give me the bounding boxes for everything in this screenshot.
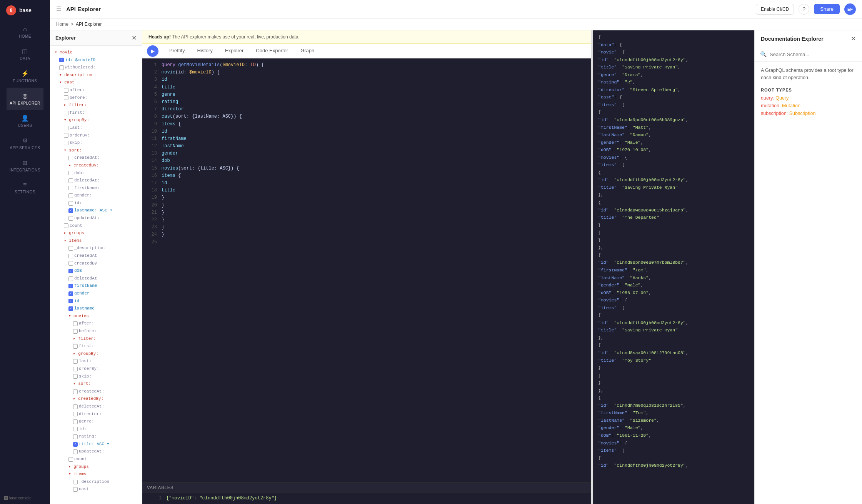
explorer-tree-item[interactable]: before: [50, 94, 142, 102]
help-button[interactable]: ? [799, 4, 809, 15]
explorer-tree-section[interactable]: ▾ movie [50, 49, 142, 57]
explorer-tree-item[interactable]: _description [50, 245, 142, 252]
sidebar-item-integrations[interactable]: ⊞INTEGRATIONS [7, 155, 43, 177]
explorer-tree-item[interactable]: _description [50, 478, 142, 486]
avatar[interactable]: EF [844, 3, 856, 15]
doc-search-input[interactable] [770, 52, 857, 57]
explorer-tree-item[interactable]: ✓firstName [50, 282, 142, 290]
explorer-tree-item[interactable]: createdAt [50, 252, 142, 260]
explorer-tree-item[interactable]: ✓lastName: ASC ▾ [50, 207, 142, 215]
sidebar-item-users[interactable]: 👤USERS [7, 110, 43, 132]
explorer-tree-item[interactable]: last: [50, 358, 142, 365]
explorer-tree-section[interactable]: ▸ groupBy: [50, 350, 142, 358]
explorer-tree-item[interactable]: id: [50, 200, 142, 207]
root-type-value[interactable]: Subscription [789, 111, 816, 116]
explorer-tree-item[interactable]: count [50, 456, 142, 463]
root-type-prefix[interactable]: mutation [761, 103, 779, 108]
explorer-tree-item[interactable]: genre: [50, 418, 142, 426]
explorer-tree-item[interactable]: createdBy [50, 260, 142, 268]
explorer-tree-item[interactable]: ✓gender [50, 290, 142, 298]
explorer-tree-section[interactable]: ▸ groups [50, 230, 142, 237]
explorer-tree-item[interactable]: ✓lastName [50, 305, 142, 313]
sidebar-item-app-services[interactable]: ⚙APP SERVICES [7, 132, 43, 155]
code-editor[interactable]: 1query getMovieDetails($movieID: ID) {2 … [142, 58, 591, 482]
root-type-prefix[interactable]: subscription [761, 111, 787, 116]
explorer-tree-section[interactable]: ▾ items [50, 237, 142, 245]
tree-checkbox [73, 427, 78, 431]
explorer-tree-section[interactable]: ▸ groups [50, 463, 142, 471]
explorer-tree-item[interactable]: dob: [50, 170, 142, 177]
explorer-tree-section[interactable]: ▾ groupBy: [50, 116, 142, 124]
explorer-tree-item[interactable]: id: [50, 426, 142, 433]
doc-explorer-close-button[interactable]: ✕ [851, 35, 856, 42]
line-content: gender [162, 150, 178, 157]
explorer-tree-item[interactable]: ✓dOB [50, 267, 142, 275]
variables-content[interactable]: 1 {"movieID": "clnnddfth00jh08md2yot2r8y… [142, 492, 591, 504]
explorer-tree-item[interactable]: first: [50, 343, 142, 350]
explorer-tree-section[interactable]: ▾ cast [50, 79, 142, 86]
explorer-tree-item[interactable]: cast [50, 486, 142, 493]
result-line: }, [597, 387, 750, 394]
explorer-tree-item[interactable]: gender: [50, 192, 142, 200]
tab-history[interactable]: History [191, 44, 218, 58]
explorer-tree-item[interactable]: orderBy: [50, 132, 142, 140]
enable-ci-cd-button[interactable]: Enable CI/CD [756, 4, 794, 15]
sidebar-item-api-explorer[interactable]: ◎API EXPLORER [7, 88, 43, 110]
explorer-tree-item[interactable]: last: [50, 124, 142, 132]
tab-graph[interactable]: Graph [294, 44, 320, 58]
explorer-tree-item[interactable]: firstName: [50, 185, 142, 192]
explorer-tree-item[interactable]: deletedAt [50, 275, 142, 283]
explorer-tree-item[interactable]: skip: [50, 373, 142, 381]
tab-prettify[interactable]: Prettify [163, 44, 191, 58]
sidebar-item-settings[interactable]: ≡SETTINGS [7, 177, 43, 199]
explorer-tree-item[interactable]: before: [50, 328, 142, 335]
result-line: "movies": { [597, 154, 750, 161]
explorer-tree-item[interactable]: after: [50, 86, 142, 94]
explorer-tree-section[interactable]: ▸ filter: [50, 335, 142, 343]
play-button[interactable]: ▶ [147, 45, 158, 57]
sidebar-item-data[interactable]: ◫DATA [7, 43, 43, 65]
code-area[interactable]: 1query getMovieDetails($movieID: ID) {2 … [142, 58, 591, 504]
explorer-tree-item[interactable]: after: [50, 320, 142, 328]
tab-code-exporter[interactable]: Code Exporter [250, 44, 294, 58]
explorer-tree-item[interactable]: deletedAt: [50, 177, 142, 185]
explorer-close-button[interactable]: ✕ [132, 34, 137, 42]
explorer-tree-section[interactable]: ▸ filter: [50, 101, 142, 109]
menu-icon[interactable]: ☰ [56, 5, 62, 13]
explorer-tree-item[interactable]: withDeleted: [50, 64, 142, 72]
sidebar-item-home[interactable]: ⌂HOME [7, 21, 43, 43]
code-line: 5 genre [142, 91, 591, 98]
root-type-value[interactable]: Mutation [782, 103, 800, 108]
explorer-tree-item[interactable]: ✓title: ASC ▾ [50, 441, 142, 448]
explorer-tree-item[interactable]: director: [50, 411, 142, 418]
breadcrumb-home[interactable]: Home [56, 22, 68, 27]
explorer-tree-section[interactable]: ▸ createdBy: [50, 162, 142, 170]
explorer-tree-item[interactable]: ✓id [50, 298, 142, 305]
explorer-tree-item[interactable]: rating: [50, 433, 142, 441]
explorer-tree-section[interactable]: ▾ movies [50, 313, 142, 320]
tab-explorer[interactable]: Explorer [219, 44, 250, 58]
explorer-tree-item[interactable]: deletedAt: [50, 403, 142, 411]
explorer-tree-section[interactable]: ▾ sort: [50, 147, 142, 155]
sidebar: 8 base ⌂HOME◫DATA⚡FUNCTIONS◎API EXPLORER… [0, 0, 50, 504]
explorer-tree-section[interactable]: ▾ sort: [50, 380, 142, 388]
explorer-tree-item[interactable]: createdAt: [50, 154, 142, 162]
explorer-tree-item[interactable]: orderBy: [50, 365, 142, 373]
explorer-tree-item[interactable]: count [50, 222, 142, 230]
explorer-tree-item[interactable]: createdAt: [50, 388, 142, 396]
explorer-tree-section[interactable]: ▾ items [50, 471, 142, 478]
explorer-tree-item[interactable]: skip: [50, 139, 142, 147]
explorer-tree-item[interactable]: updatedAt: [50, 448, 142, 456]
root-type-value[interactable]: Query [775, 95, 789, 101]
result-line: "id": "clnnddfth00jh08md2yot2r8y", [597, 176, 750, 184]
explorer-tree-item[interactable]: updatedAt: [50, 215, 142, 222]
sidebar-item-functions[interactable]: ⚡FUNCTIONS [7, 65, 43, 88]
share-button[interactable]: Share [814, 4, 840, 14]
explorer-tree-section[interactable]: ▾ description [50, 72, 142, 79]
explorer-tree-item[interactable]: first: [50, 109, 142, 117]
explorer-tree-section[interactable]: ▸ createdBy: [50, 395, 142, 403]
code-line: 7 director [142, 106, 591, 113]
root-type-prefix[interactable]: query [761, 95, 773, 101]
line-number: 12 [145, 143, 157, 150]
explorer-tree-item[interactable]: ✓id: $movieID [50, 57, 142, 64]
